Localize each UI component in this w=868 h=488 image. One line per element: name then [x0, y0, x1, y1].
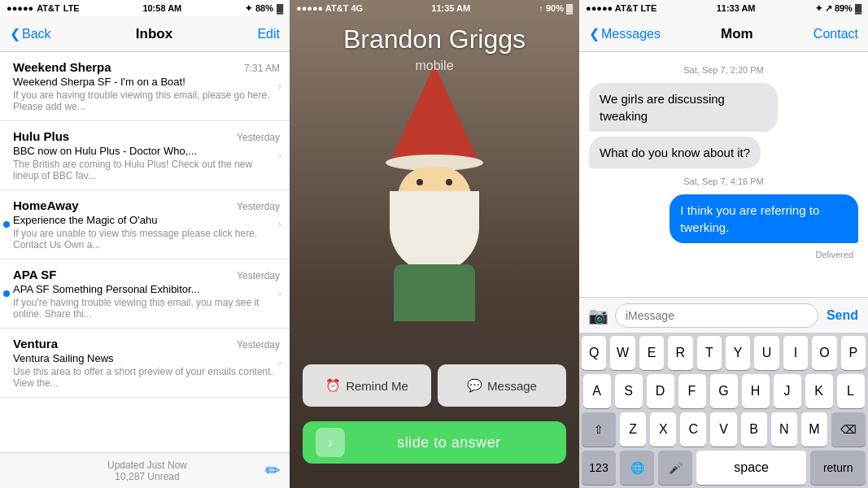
- message-label: Message: [487, 379, 537, 393]
- email-time-1: Yesterday: [237, 132, 280, 143]
- key-p[interactable]: P: [841, 336, 866, 370]
- email-sender-0: Weekend Sherpa: [13, 60, 111, 74]
- key-r[interactable]: R: [668, 336, 692, 370]
- key-return[interactable]: return: [810, 451, 866, 485]
- key-x[interactable]: X: [650, 412, 676, 447]
- email-subject-3: APA SF Something Personal Exhibitor...: [13, 283, 280, 295]
- email-item-3[interactable]: APA SF Yesterday APA SF Something Person…: [0, 259, 290, 329]
- key-c[interactable]: C: [680, 412, 706, 447]
- email-sender-3: APA SF: [13, 268, 56, 281]
- email-chevron-1: ›: [278, 150, 281, 161]
- email-footer: Updated Just Now 10,287 Unread ✏: [0, 452, 290, 488]
- email-item-1[interactable]: Hulu Plus Yesterday BBC now on Hulu Plus…: [0, 121, 290, 190]
- key-mic[interactable]: 🎤: [658, 451, 692, 485]
- keyboard: Q W E R T Y U I O P A S D F G H J K L ⇧ …: [579, 333, 868, 488]
- messages-area: Sat, Sep 7, 2:20 PM We girls are discuss…: [579, 52, 868, 297]
- email-panel: ●●●●● AT&T LTE 10:58 AM ✦ 88% ▓ ❮ Back I…: [0, 0, 290, 488]
- slide-to-answer-label: slide to answer: [345, 434, 553, 451]
- messages-back-button[interactable]: ❮ Messages: [589, 26, 661, 41]
- email-preview-1: The British are coming to Hulu Plus! Che…: [13, 159, 280, 181]
- key-o[interactable]: O: [812, 336, 836, 370]
- email-time-2: Yesterday: [237, 201, 280, 212]
- outgoing-bubble-0: I think you are referring to twerking.: [670, 194, 858, 243]
- email-chevron-3: ›: [278, 288, 281, 299]
- send-button[interactable]: Send: [823, 308, 861, 323]
- email-subject-0: Weekend Sherpa SF - I'm on a Boat!: [13, 76, 280, 88]
- message-icon: 💬: [467, 378, 482, 393]
- key-y[interactable]: Y: [726, 336, 750, 370]
- key-l[interactable]: L: [837, 374, 865, 408]
- key-shift[interactable]: ⇧: [582, 412, 616, 447]
- kb-row-1: Q W E R T Y U I O P: [582, 336, 866, 370]
- key-h[interactable]: H: [742, 374, 770, 408]
- key-t[interactable]: T: [697, 336, 722, 370]
- inbox-title: Inbox: [136, 26, 172, 42]
- footer-text: Updated Just Now 10,287 Unread: [29, 460, 265, 482]
- email-battery: 88%: [255, 3, 273, 13]
- camera-button[interactable]: 📷: [586, 303, 610, 328]
- key-globe[interactable]: 🌐: [620, 451, 654, 485]
- msg-time: 11:33 AM: [717, 3, 756, 13]
- message-row-0: We girls are discussing tweaking: [589, 83, 858, 132]
- key-b[interactable]: B: [741, 412, 767, 447]
- msg-battery: ✦ ↗ 89% ▓: [815, 3, 861, 14]
- email-item-2[interactable]: HomeAway Yesterday Experience the Magic …: [0, 190, 290, 259]
- gnome-hat: [390, 65, 479, 163]
- email-sender-1: Hulu Plus: [13, 129, 69, 143]
- key-j[interactable]: J: [774, 374, 801, 408]
- updated-label: Updated Just Now: [29, 460, 265, 471]
- gnome-eye-right: [446, 179, 452, 185]
- call-time: 11:35 AM: [431, 3, 470, 13]
- key-backspace[interactable]: ⌫: [831, 412, 866, 447]
- key-k[interactable]: K: [805, 374, 833, 408]
- back-button[interactable]: ❮ Back: [10, 26, 51, 41]
- edit-button[interactable]: Edit: [257, 27, 280, 41]
- message-button[interactable]: 💬 Message: [438, 364, 566, 407]
- battery-icon: ▓: [277, 3, 283, 13]
- kb-row-2: A S D F G H J K L: [582, 374, 866, 408]
- back-label: Back: [22, 27, 51, 41]
- messages-back-label: Messages: [601, 27, 661, 41]
- incoming-bubble-0: We girls are discussing tweaking: [589, 83, 778, 132]
- email-subject-1: BBC now on Hulu Plus - Doctor Who,...: [13, 145, 280, 157]
- key-d[interactable]: D: [647, 374, 674, 408]
- key-v[interactable]: V: [710, 412, 736, 447]
- key-a[interactable]: A: [583, 374, 611, 408]
- key-q[interactable]: Q: [582, 336, 606, 370]
- key-i[interactable]: I: [783, 336, 808, 370]
- email-subject-2: Experience the Magic of O'ahu: [13, 214, 280, 226]
- gnome-eye-left: [417, 179, 423, 185]
- email-chevron-0: ›: [278, 81, 281, 92]
- date-label-1: Sat, Sep 7, 2:20 PM: [589, 65, 858, 75]
- call-status-bar: ●●●●● AT&T 4G 11:35 AM ↑ 90% ▓: [290, 0, 579, 16]
- key-s[interactable]: S: [615, 374, 643, 408]
- imessage-input[interactable]: [615, 303, 818, 328]
- key-space[interactable]: space: [696, 451, 806, 485]
- key-w[interactable]: W: [610, 336, 635, 370]
- signal-dots: ●●●●●: [7, 3, 33, 13]
- caller-type: mobile: [290, 59, 579, 73]
- message-row-1: What do you know about it?: [589, 137, 858, 168]
- key-u[interactable]: U: [754, 336, 779, 370]
- kb-row-3: ⇧ Z X C V B N M ⌫: [582, 412, 866, 447]
- key-123[interactable]: 123: [582, 451, 616, 485]
- email-preview-3: If you're having trouble viewing this em…: [13, 297, 280, 320]
- delivered-label: Delivered: [589, 250, 858, 259]
- key-z[interactable]: Z: [620, 412, 646, 447]
- contact-button[interactable]: Contact: [813, 27, 858, 41]
- unread-count: 10,287 Unread: [29, 471, 265, 482]
- key-m[interactable]: M: [801, 412, 827, 447]
- slide-to-answer-button[interactable]: › slide to answer: [303, 421, 566, 464]
- email-network: LTE: [63, 3, 80, 13]
- email-item-0[interactable]: Weekend Sherpa 7:31 AM Weekend Sherpa SF…: [0, 52, 290, 121]
- compose-button[interactable]: ✏: [265, 460, 280, 481]
- key-e[interactable]: E: [639, 336, 664, 370]
- key-f[interactable]: F: [678, 374, 706, 408]
- key-n[interactable]: N: [771, 412, 797, 447]
- messages-nav-bar: ❮ Messages Mom Contact: [579, 16, 868, 52]
- slide-arrow-icon: ›: [316, 428, 345, 457]
- email-item-4[interactable]: Ventura Yesterday Ventura Sailing News U…: [0, 329, 290, 398]
- key-g[interactable]: G: [710, 374, 738, 408]
- remind-me-button[interactable]: ⏰ Remind Me: [303, 364, 431, 407]
- email-preview-4: Use this area to offer a short preview o…: [13, 366, 280, 389]
